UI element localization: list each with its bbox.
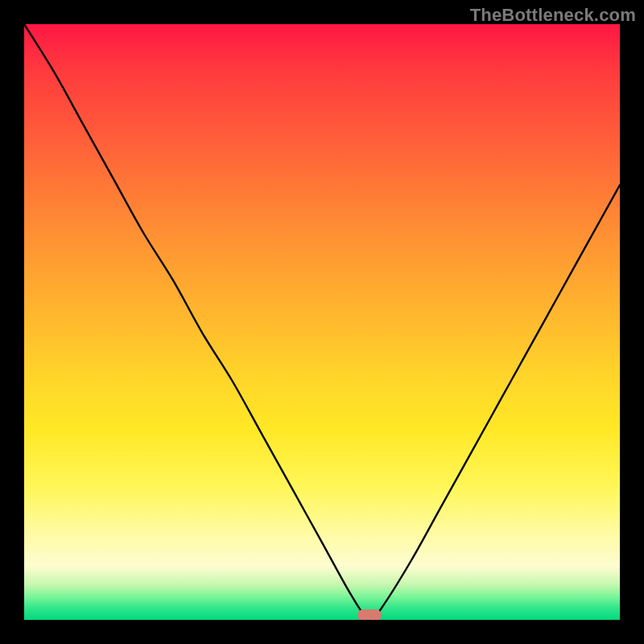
chart-frame: TheBottleneck.com — [0, 0, 644, 644]
credit-label: TheBottleneck.com — [470, 5, 636, 26]
minimum-marker — [357, 609, 382, 620]
plot-area — [24, 24, 620, 620]
bottleneck-curve — [24, 24, 620, 620]
